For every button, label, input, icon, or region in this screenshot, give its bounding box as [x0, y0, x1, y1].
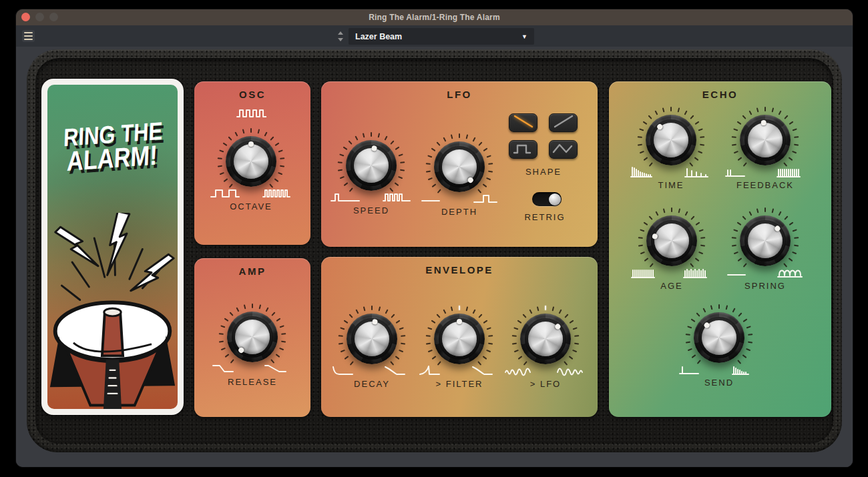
knob-tick — [574, 342, 579, 344]
knob-bezel[interactable] — [226, 136, 276, 187]
knob-tick — [280, 157, 284, 159]
knob-bezel[interactable] — [434, 141, 485, 192]
panel-lfo-title: LFO — [321, 89, 598, 100]
ramp-down-wave-icon — [510, 112, 537, 133]
knob-bezel[interactable] — [520, 314, 571, 364]
knob-tick — [638, 244, 643, 246]
knob-tick — [512, 342, 517, 344]
hamburger-icon[interactable] — [22, 30, 35, 42]
knob-bezel[interactable] — [346, 140, 397, 191]
traffic-lights — [21, 13, 58, 21]
knob-tick — [700, 143, 704, 145]
chevron-down-icon: ▼ — [521, 33, 527, 40]
panel-osc-title: OSC — [194, 89, 310, 100]
knob-tick — [280, 165, 284, 167]
close-button[interactable] — [21, 13, 30, 21]
knob-tick — [794, 136, 799, 138]
shape-button-triangle[interactable] — [549, 140, 578, 159]
knob-tick — [250, 128, 252, 133]
knob-tick — [732, 143, 736, 145]
knob-tick — [732, 136, 736, 138]
shape-button-ramp-up[interactable] — [549, 113, 578, 132]
titlebar[interactable]: Ring The Alarm/1-Ring The Alarm — [16, 9, 853, 25]
knob-tick — [488, 342, 493, 344]
retrig-toggle[interactable] — [532, 192, 562, 206]
knob-tick — [700, 244, 705, 246]
knob-bezel[interactable] — [227, 312, 278, 362]
zoom-button[interactable] — [49, 13, 58, 21]
knob-tick — [748, 341, 752, 343]
chevron-down-icon[interactable] — [338, 38, 343, 41]
octave-label: OCTAVE — [191, 201, 311, 211]
knob-tick — [426, 170, 431, 172]
knob-bezel[interactable] — [434, 314, 485, 364]
megaphone-illustration — [47, 213, 178, 409]
preset-select[interactable]: Lazer Beam ▼ — [349, 28, 534, 45]
artwork: RING THE ALARM! — [47, 85, 178, 409]
square-wave-icon — [510, 139, 537, 160]
knob-tick — [281, 340, 286, 342]
retrig-label: RETRIG — [498, 212, 592, 222]
panel-envelope-title: ENVELOPE — [321, 264, 598, 276]
knob-tick — [765, 107, 766, 111]
release-label: RELEASE — [192, 377, 312, 387]
knob-tick — [426, 163, 431, 165]
knob-tick — [574, 335, 579, 337]
send-label: SEND — [659, 378, 779, 388]
chevron-up-icon[interactable] — [338, 31, 343, 35]
plugin-stage: RING THE ALARM! — [16, 47, 853, 467]
panel-echo: ECHO — [609, 81, 831, 417]
knob-tick — [488, 163, 493, 165]
minimize-button[interactable] — [35, 13, 44, 21]
knob-tick — [401, 335, 405, 337]
knob-tick — [339, 342, 343, 344]
artwork-panel: RING THE ALARM! — [41, 79, 184, 415]
knob-tick — [219, 333, 224, 335]
knob-tick — [794, 244, 799, 246]
knob-tick — [339, 335, 343, 337]
preset-name: Lazer Beam — [355, 32, 521, 41]
knob-bezel[interactable] — [740, 215, 791, 266]
shape-button-ramp-down[interactable] — [509, 113, 537, 132]
knob-bezel[interactable] — [646, 115, 696, 165]
knob-tick — [488, 335, 493, 337]
knob-tick — [700, 237, 705, 239]
knob-tick — [670, 107, 672, 111]
toggle-handle[interactable] — [549, 193, 561, 205]
artwork-title: RING THE ALARM! — [57, 119, 168, 175]
knob-tick — [545, 306, 546, 310]
window-title: Ring The Alarm/1-Ring The Alarm — [369, 13, 500, 22]
ramp-up-wave-icon — [550, 112, 577, 133]
knob-tick — [700, 136, 704, 138]
knob-tick — [794, 143, 799, 145]
panel-amp-title: AMP — [194, 266, 310, 277]
knob-tick — [488, 170, 493, 172]
knob-tick — [400, 169, 405, 171]
knob-bezel[interactable] — [740, 115, 791, 165]
knob-tick — [686, 341, 690, 343]
knob-tick — [218, 165, 222, 167]
shape-label: SHAPE — [497, 167, 590, 177]
knob-tick — [638, 136, 642, 138]
knob-tick — [338, 169, 343, 171]
knob-tick — [218, 157, 222, 159]
knob-tick — [671, 207, 672, 212]
knob-tick — [638, 143, 642, 145]
knob-tick — [794, 237, 799, 239]
menubar: Lazer Beam ▼ — [16, 25, 853, 47]
knob-tick — [748, 334, 752, 336]
knob-tick — [252, 304, 253, 308]
knob-tick — [732, 237, 736, 239]
knob-tick — [281, 333, 286, 335]
knob-tick — [400, 161, 405, 163]
panel-echo-title: ECHO — [609, 89, 831, 100]
knob-bezel[interactable] — [694, 312, 744, 363]
knob-tick — [732, 244, 736, 246]
knob-bezel[interactable] — [646, 215, 697, 266]
shape-button-square[interactable] — [509, 140, 537, 159]
knob-tick — [219, 340, 224, 342]
plugin-window: Ring The Alarm/1-Ring The Alarm Lazer Be… — [16, 9, 853, 467]
preset-stepper[interactable] — [335, 28, 346, 44]
knob-bezel[interactable] — [347, 314, 397, 364]
knob-tick — [638, 237, 643, 239]
